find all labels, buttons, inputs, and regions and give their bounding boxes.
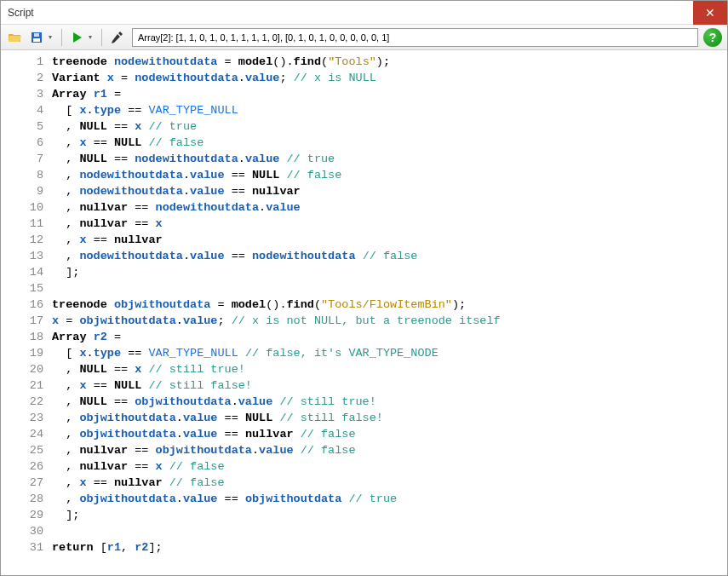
run-button[interactable] (66, 27, 87, 48)
code-line[interactable]: 13 , nodewithoutdata.value == nodewithou… (1, 248, 727, 264)
line-number: 23 (1, 410, 52, 426)
line-number: 5 (1, 118, 52, 135)
code-content[interactable]: treenode objwithoutdata = model().find("… (52, 297, 727, 313)
code-line[interactable]: 11 , nullvar == x (1, 216, 727, 232)
code-content[interactable]: Array r1 = (52, 86, 727, 102)
code-content[interactable]: , nullvar == x (52, 216, 727, 232)
toolbar: ▾ ▾ ? (1, 25, 727, 50)
code-line[interactable]: 29 ]; (1, 507, 727, 523)
run-dropdown[interactable]: ▾ (89, 33, 97, 41)
code-content[interactable]: , nullvar == nodewithoutdata.value (52, 199, 727, 216)
code-line[interactable]: 8 , nodewithoutdata.value == NULL // fal… (1, 167, 727, 183)
result-field[interactable] (132, 28, 698, 47)
separator (61, 29, 62, 46)
code-content[interactable]: return [r1, r2]; (52, 539, 727, 556)
code-line[interactable]: 4 [ x.type == VAR_TYPE_NULL (1, 102, 727, 118)
code-line[interactable]: 20 , NULL == x // still true! (1, 361, 727, 377)
save-button[interactable] (26, 27, 47, 48)
code-content[interactable]: , x == NULL // false (52, 135, 727, 151)
code-content[interactable] (52, 523, 727, 539)
code-line[interactable]: 1treenode nodewithoutdata = model().find… (1, 54, 727, 70)
code-content[interactable]: ]; (52, 507, 727, 523)
code-content[interactable]: , objwithoutdata.value == objwithoutdata… (52, 491, 727, 507)
code-content[interactable]: , x == nullvar (52, 232, 727, 248)
code-line[interactable]: 15 (1, 280, 727, 297)
code-line[interactable]: 6 , x == NULL // false (1, 135, 727, 151)
svg-rect-1 (33, 38, 40, 42)
code-content[interactable]: , objwithoutdata.value == NULL // still … (52, 410, 727, 426)
line-number: 19 (1, 345, 52, 361)
code-line[interactable]: 3Array r1 = (1, 86, 727, 102)
code-content[interactable]: , NULL == nodewithoutdata.value // true (52, 151, 727, 167)
code-line[interactable]: 24 , objwithoutdata.value == nullvar // … (1, 426, 727, 442)
code-line[interactable]: 10 , nullvar == nodewithoutdata.value (1, 199, 727, 216)
code-content[interactable]: ]; (52, 264, 727, 280)
code-line[interactable]: 9 , nodewithoutdata.value == nullvar (1, 183, 727, 199)
code-content[interactable]: treenode nodewithoutdata = model().find(… (52, 54, 727, 70)
code-content[interactable]: , nullvar == objwithoutdata.value // fal… (52, 442, 727, 458)
code-content[interactable]: Variant x = nodewithoutdata.value; // x … (52, 70, 727, 86)
line-number: 29 (1, 507, 52, 523)
open-button[interactable] (4, 27, 25, 48)
code-line[interactable]: 2Variant x = nodewithoutdata.value; // x… (1, 70, 727, 86)
line-number: 7 (1, 151, 52, 167)
code-line[interactable]: 30 (1, 523, 727, 539)
code-content[interactable]: , x == NULL // still false! (52, 377, 727, 394)
help-icon: ? (709, 31, 717, 44)
code-line[interactable]: 22 , NULL == objwithoutdata.value // sti… (1, 394, 727, 410)
line-number: 6 (1, 135, 52, 151)
code-line[interactable]: 21 , x == NULL // still false! (1, 377, 727, 394)
code-content[interactable]: , NULL == x // still true! (52, 361, 727, 377)
line-number: 25 (1, 442, 52, 458)
code-content[interactable]: , nodewithoutdata.value == NULL // false (52, 167, 727, 183)
code-line[interactable]: 19 [ x.type == VAR_TYPE_NULL // false, i… (1, 345, 727, 361)
code-line[interactable]: 7 , NULL == nodewithoutdata.value // tru… (1, 151, 727, 167)
code-content[interactable]: , nodewithoutdata.value == nullvar (52, 183, 727, 199)
code-line[interactable]: 18Array r2 = (1, 329, 727, 345)
line-number: 20 (1, 361, 52, 377)
line-number: 26 (1, 458, 52, 475)
code-content[interactable]: , objwithoutdata.value == nullvar // fal… (52, 426, 727, 442)
line-number: 10 (1, 199, 52, 216)
code-line[interactable]: 16treenode objwithoutdata = model().find… (1, 297, 727, 313)
line-number: 22 (1, 394, 52, 410)
code-line[interactable]: 17x = objwithoutdata.value; // x is not … (1, 313, 727, 329)
code-content[interactable]: , NULL == objwithoutdata.value // still … (52, 394, 727, 410)
help-button[interactable]: ? (703, 28, 722, 47)
code-content[interactable]: [ x.type == VAR_TYPE_NULL (52, 102, 727, 118)
window-titlebar: Script ✕ (1, 1, 727, 25)
line-number: 15 (1, 280, 52, 297)
code-content[interactable]: Array r2 = (52, 329, 727, 345)
line-number: 21 (1, 377, 52, 394)
code-line[interactable]: 23 , objwithoutdata.value == NULL // sti… (1, 410, 727, 426)
code-line[interactable]: 27 , x == nullvar // false (1, 475, 727, 491)
code-content[interactable]: , nodewithoutdata.value == nodewithoutda… (52, 248, 727, 264)
code-line[interactable]: 31return [r1, r2]; (1, 539, 727, 556)
line-number: 13 (1, 248, 52, 264)
code-line[interactable]: 26 , nullvar == x // false (1, 458, 727, 475)
line-number: 27 (1, 475, 52, 491)
code-content[interactable]: , NULL == x // true (52, 118, 727, 135)
svg-rect-2 (34, 33, 39, 37)
code-line[interactable]: 5 , NULL == x // true (1, 118, 727, 135)
window-title: Script (8, 7, 34, 19)
code-editor[interactable]: 1treenode nodewithoutdata = model().find… (1, 50, 727, 575)
code-content[interactable]: , x == nullvar // false (52, 475, 727, 491)
close-button[interactable]: ✕ (693, 1, 727, 25)
line-number: 30 (1, 523, 52, 539)
code-line[interactable]: 25 , nullvar == objwithoutdata.value // … (1, 442, 727, 458)
code-line[interactable]: 28 , objwithoutdata.value == objwithoutd… (1, 491, 727, 507)
line-number: 24 (1, 426, 52, 442)
code-content[interactable] (52, 280, 727, 297)
line-number: 17 (1, 313, 52, 329)
save-dropdown[interactable]: ▾ (49, 33, 57, 41)
line-number: 14 (1, 264, 52, 280)
code-content[interactable]: [ x.type == VAR_TYPE_NULL // false, it's… (52, 345, 727, 361)
code-line[interactable]: 14 ]; (1, 264, 727, 280)
sample-button[interactable] (106, 27, 127, 48)
code-content[interactable]: , nullvar == x // false (52, 458, 727, 475)
code-line[interactable]: 12 , x == nullvar (1, 232, 727, 248)
code-content[interactable]: x = objwithoutdata.value; // x is not NU… (52, 313, 727, 329)
line-number: 11 (1, 216, 52, 232)
separator (101, 29, 102, 46)
